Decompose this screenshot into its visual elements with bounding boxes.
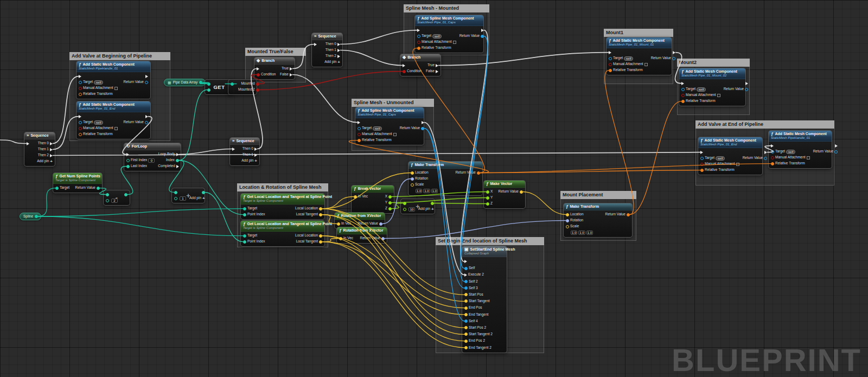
data-pin-index[interactable] — [207, 88, 210, 92]
exec-pin[interactable] — [290, 67, 292, 71]
data-pin-array[interactable] — [207, 82, 210, 86]
data-pin-endtan2[interactable] — [464, 346, 468, 349]
data-pin-z[interactable] — [388, 207, 392, 210]
data-pin-pindex[interactable] — [243, 240, 246, 244]
data-pin-invec[interactable] — [337, 222, 340, 226]
input-field[interactable]: 1.0 — [586, 231, 593, 235]
exec-pin[interactable] — [745, 82, 748, 85]
exec-pin[interactable] — [337, 43, 340, 46]
comment-title[interactable]: Mount Placement — [560, 191, 636, 199]
exec-pin[interactable] — [681, 82, 684, 85]
data-pin-target[interactable] — [79, 121, 82, 124]
node-header[interactable]: ƒAdd Spline Mesh ComponentStaticMesh Pip… — [415, 15, 483, 26]
data-pin-rv[interactable] — [97, 187, 100, 190]
data-pin-y[interactable] — [388, 201, 392, 205]
data-pin-tan[interactable] — [319, 240, 322, 244]
data-pin-target[interactable] — [681, 88, 685, 91]
comment-title[interactable]: Mounted True/False — [245, 48, 306, 56]
exec-pin[interactable] — [835, 144, 838, 148]
node-spline_mounted[interactable]: ƒAdd Spline Mesh ComponentStaticMesh Pip… — [414, 15, 484, 53]
exec-pin[interactable] — [232, 148, 235, 151]
checkbox[interactable] — [644, 63, 648, 66]
data-pin-startpos2[interactable] — [464, 326, 468, 329]
node-header[interactable]: ƒAdd Static Mesh ComponentStaticMesh Pip… — [76, 61, 150, 72]
node-valve_begin_2[interactable]: ƒAdd Static Mesh ComponentStaticMesh Pip… — [76, 101, 151, 139]
node-header[interactable]: »Sequence — [24, 132, 55, 139]
exec-pin[interactable] — [358, 121, 360, 124]
data-pin-target[interactable] — [243, 207, 246, 210]
data-pin-index[interactable] — [176, 159, 179, 162]
node-valve_end_2[interactable]: ƒAdd Static Mesh ComponentStaticMesh Pip… — [768, 130, 832, 169]
data-pin-out[interactable] — [199, 81, 202, 84]
checkbox[interactable] — [807, 156, 810, 159]
exec-pin[interactable] — [337, 55, 340, 58]
data-pin-self3[interactable] — [464, 286, 468, 290]
node-header[interactable]: ƒMake Transform — [564, 203, 632, 210]
data-pin-x[interactable] — [388, 195, 392, 199]
node-rotx2[interactable]: ƒRotation from XVectorIn VecReturn Value — [336, 227, 387, 244]
data-pin-pindex[interactable] — [243, 213, 246, 216]
data-pin-manual[interactable] — [771, 156, 774, 159]
node-sub_node[interactable]: 2- — [103, 190, 130, 206]
data-pin-rv[interactable] — [421, 127, 424, 130]
data-pin-manual[interactable] — [79, 87, 82, 90]
node-get_num[interactable]: ƒGet Num Spline PointsTarget is Spline C… — [53, 172, 103, 193]
exec-pin[interactable] — [403, 64, 405, 67]
data-pin-rotation[interactable] — [411, 177, 414, 181]
input-field[interactable]: 0 — [148, 158, 155, 163]
input-field[interactable]: 1.0 — [578, 231, 585, 235]
exec-pin[interactable] — [126, 153, 129, 156]
data-pin-out[interactable] — [202, 191, 205, 194]
exec-pin[interactable] — [254, 154, 257, 157]
checkbox[interactable] — [717, 94, 720, 97]
comment-title[interactable]: Set Begin-End location of Spline Mesh — [436, 237, 544, 245]
self-pill[interactable]: self — [624, 56, 633, 61]
data-pin-location[interactable] — [411, 171, 414, 175]
node-header[interactable]: ƒBreak Vector — [352, 186, 394, 193]
comment-title[interactable]: Add Valve at Beginning of Pipeline — [69, 52, 170, 60]
data-pin-scale[interactable] — [566, 225, 569, 228]
data-pin-b[interactable] — [403, 208, 406, 211]
node-header[interactable]: ƒAdd Static Mesh ComponentStaticMesh Pip… — [769, 131, 832, 142]
data-pin-endtan[interactable] — [464, 313, 468, 316]
data-pin-mounted[interactable] — [256, 82, 259, 86]
data-pin-out[interactable] — [124, 193, 127, 196]
data-pin-rv[interactable] — [745, 88, 748, 91]
data-pin-manual[interactable] — [700, 163, 704, 166]
node-header[interactable]: ↻ForLoop — [124, 143, 181, 150]
exec-pin[interactable] — [673, 51, 675, 54]
self-pill[interactable]: self — [697, 87, 706, 92]
exec-pin[interactable] — [176, 153, 179, 156]
data-pin-startpos[interactable] — [464, 293, 468, 296]
exec-pin[interactable] — [50, 148, 53, 151]
data-pin-rv[interactable] — [627, 213, 630, 216]
exec-pin[interactable] — [436, 64, 438, 67]
comment-title[interactable]: Mount1 — [604, 29, 673, 37]
data-pin-endpos[interactable] — [464, 306, 468, 310]
node-set_startend[interactable]: ▣SetStartEnd Spline MeshCollapsed GraphS… — [462, 246, 507, 353]
node-mount1[interactable]: ƒAdd Static Mesh ComponentStaticMesh Pip… — [606, 37, 672, 75]
exec-pin[interactable] — [314, 43, 317, 46]
self-pill[interactable]: self — [432, 34, 442, 39]
data-pin-rv[interactable] — [481, 35, 484, 38]
exec-pin[interactable] — [771, 144, 774, 148]
exec-pin[interactable] — [417, 29, 420, 32]
checkbox[interactable] — [736, 163, 739, 166]
node-forloop[interactable]: ↻ForLoopFirst Index0Last IndexLoop BodyI… — [124, 143, 181, 171]
exec-pin[interactable] — [145, 115, 148, 118]
data-pin-target[interactable] — [700, 157, 704, 160]
node-header[interactable]: ◆Branch — [254, 57, 295, 65]
data-pin-loc[interactable] — [319, 234, 322, 238]
node-make_transform2[interactable]: ƒMake TransformLocationRotationScale1.01… — [563, 203, 633, 238]
data-pin-reltrans[interactable] — [681, 100, 685, 103]
add-pin-icon[interactable]: + — [431, 207, 434, 212]
data-pin-cond[interactable] — [403, 70, 406, 73]
input-field[interactable]: 1.0 — [571, 231, 577, 235]
node-add2_node[interactable]: 10Add pin++ — [400, 199, 435, 214]
data-pin-rv[interactable] — [145, 81, 148, 84]
node-header[interactable]: »Sequence — [230, 138, 259, 145]
node-header[interactable]: ▣SetStartEnd Spline MeshCollapsed Graph — [462, 246, 507, 257]
node-make_transform1[interactable]: ƒMake TransformLocationRotationScale1.01… — [408, 161, 483, 196]
data-pin-reltrans[interactable] — [700, 169, 704, 172]
exec-pin[interactable] — [254, 148, 257, 151]
